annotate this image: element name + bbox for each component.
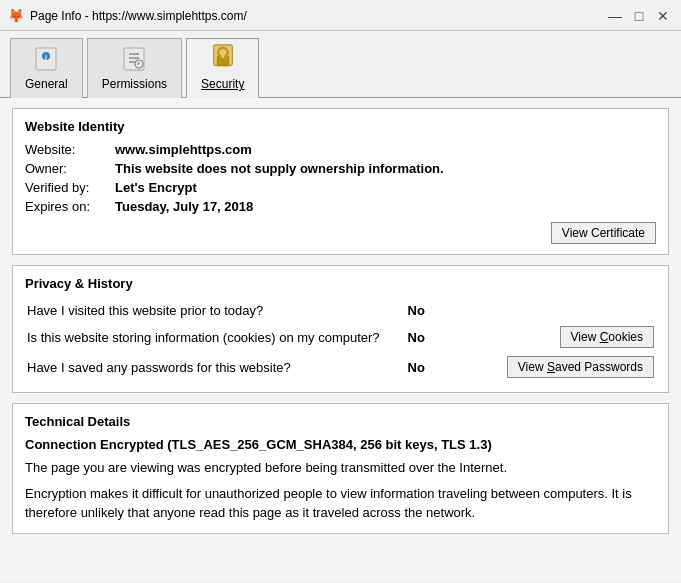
title-bar-controls: — □ ✕ (605, 6, 673, 26)
view-certificate-button[interactable]: View Certificate (551, 222, 656, 244)
passwords-action: View Saved Passwords (464, 352, 656, 382)
general-tab-label: General (25, 77, 68, 91)
verified-value: Let's Encrypt (115, 180, 656, 195)
expires-value: Tuesday, July 17, 2018 (115, 199, 656, 214)
firefox-icon: 🦊 (8, 8, 24, 24)
visited-answer: No (404, 299, 464, 322)
general-tab-icon: i (30, 43, 62, 75)
tech-paragraph-1: The page you are viewing was encrypted b… (25, 458, 656, 478)
privacy-history-title: Privacy & History (25, 276, 656, 291)
title-bar: 🦊 Page Info - https://www.simplehttps.co… (0, 0, 681, 31)
cookies-answer: No (404, 322, 464, 352)
identity-grid: Website: www.simplehttps.com Owner: This… (25, 142, 656, 214)
visited-action (464, 299, 656, 322)
website-identity-title: Website Identity (25, 119, 656, 134)
permissions-tab-label: Permissions (102, 77, 167, 91)
tab-security[interactable]: Security (186, 38, 259, 98)
close-button[interactable]: ✕ (653, 6, 673, 26)
view-cert-row: View Certificate (25, 222, 656, 244)
minimize-button[interactable]: — (605, 6, 625, 26)
permissions-tab-icon (118, 43, 150, 75)
website-identity-section: Website Identity Website: www.simplehttp… (12, 108, 669, 255)
tab-general[interactable]: i General (10, 38, 83, 98)
main-content: Website Identity Website: www.simplehttp… (0, 98, 681, 581)
title-bar-title: Page Info - https://www.simplehttps.com/ (30, 9, 247, 23)
passwords-answer: No (404, 352, 464, 382)
privacy-table: Have I visited this website prior to tod… (25, 299, 656, 382)
tabs-area: i General Permissions (0, 31, 681, 98)
cookies-question: Is this website storing information (coo… (25, 322, 404, 352)
technical-details-title: Technical Details (25, 414, 656, 429)
maximize-button[interactable]: □ (629, 6, 649, 26)
svg-text:i: i (45, 54, 47, 61)
svg-rect-13 (221, 52, 224, 58)
privacy-row-passwords: Have I saved any passwords for this webs… (25, 352, 656, 382)
website-value: www.simplehttps.com (115, 142, 656, 157)
security-tab-icon (207, 43, 239, 75)
privacy-row-cookies: Is this website storing information (coo… (25, 322, 656, 352)
svg-rect-3 (124, 48, 144, 70)
verified-label: Verified by: (25, 180, 115, 195)
tab-permissions[interactable]: Permissions (87, 38, 182, 98)
expires-label: Expires on: (25, 199, 115, 214)
owner-label: Owner: (25, 161, 115, 176)
passwords-question: Have I saved any passwords for this webs… (25, 352, 404, 382)
cookies-action: View Cookies (464, 322, 656, 352)
security-tab-label: Security (201, 77, 244, 91)
owner-value: This website does not supply ownership i… (115, 161, 656, 176)
tech-headline: Connection Encrypted (TLS_AES_256_GCM_SH… (25, 437, 656, 452)
view-cookies-button[interactable]: View Cookies (560, 326, 655, 348)
privacy-history-section: Privacy & History Have I visited this we… (12, 265, 669, 393)
view-saved-passwords-button[interactable]: View Saved Passwords (507, 356, 654, 378)
website-label: Website: (25, 142, 115, 157)
title-bar-left: 🦊 Page Info - https://www.simplehttps.co… (8, 8, 247, 24)
technical-details-section: Technical Details Connection Encrypted (… (12, 403, 669, 534)
tech-paragraph-2: Encryption makes it difficult for unauth… (25, 484, 656, 523)
privacy-row-visited: Have I visited this website prior to tod… (25, 299, 656, 322)
visited-question: Have I visited this website prior to tod… (25, 299, 404, 322)
